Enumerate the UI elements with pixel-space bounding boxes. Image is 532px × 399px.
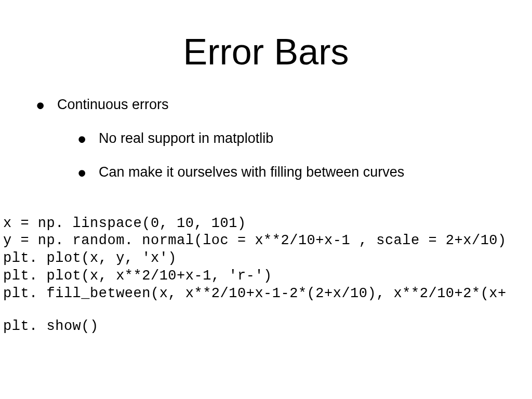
code-block: x = np. linspace(0, 10, 101) y = np. ran… <box>0 215 532 336</box>
slide: Error Bars Continuous errors No real sup… <box>0 0 532 399</box>
sub-bullet-list: No real support in matplotlib Can make i… <box>57 127 532 183</box>
code-line-3: plt. plot(x, y, 'x') <box>3 250 177 266</box>
code-line-5: plt. fill_between(x, x**2/10+x-1-2*(2+x/… <box>3 286 507 301</box>
slide-title: Error Bars <box>0 0 532 94</box>
sub-bullet-1-text: No real support in matplotlib <box>99 130 273 146</box>
sub-bullet-2-text: Can make it ourselves with filling betwe… <box>99 164 404 180</box>
code-line-2: y = np. random. normal(loc = x**2/10+x-1… <box>3 233 507 248</box>
code-line-6: plt. show() <box>3 318 99 334</box>
sub-bullet-2: Can make it ourselves with filling betwe… <box>78 161 532 183</box>
sub-bullet-1: No real support in matplotlib <box>78 127 532 150</box>
code-line-4: plt. plot(x, x**2/10+x-1, 'r-') <box>3 268 272 284</box>
bullet-main-text: Continuous errors <box>57 97 169 112</box>
code-line-1: x = np. linspace(0, 10, 101) <box>3 216 246 231</box>
bullet-main: Continuous errors No real support in mat… <box>36 94 532 184</box>
bullet-list: Continuous errors No real support in mat… <box>0 94 532 184</box>
